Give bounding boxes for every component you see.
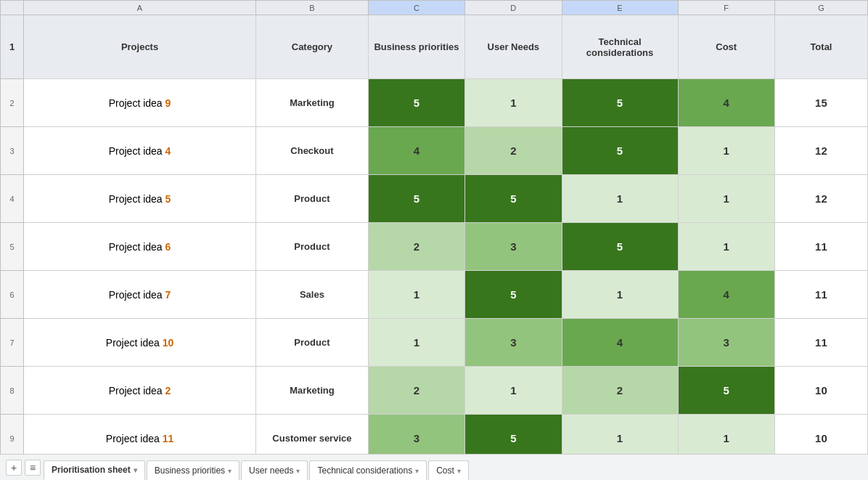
user-needs-score[interactable]: 5	[465, 415, 562, 455]
row-number: 9	[1, 415, 24, 455]
sheet-tab-label: Prioritisation sheet	[52, 465, 131, 475]
main-table: A B C D E F G 1 Projects Category Busine…	[0, 0, 868, 454]
header-total: Total	[774, 15, 867, 79]
cost-score[interactable]: 5	[678, 367, 774, 415]
total-score: 10	[774, 415, 867, 455]
sheet-body: A B C D E F G 1 Projects Category Busine…	[0, 0, 868, 454]
cost-score[interactable]: 1	[678, 415, 774, 455]
spreadsheet: A B C D E F G 1 Projects Category Busine…	[0, 0, 868, 480]
sheet-tab-label: Technical considerations	[317, 465, 412, 476]
technical-considerations-score[interactable]: 5	[562, 127, 678, 175]
project-name[interactable]: Project idea 10	[24, 319, 256, 367]
col-header-b[interactable]: B	[256, 1, 369, 15]
sheet-tab-4[interactable]: Cost▾	[428, 460, 469, 481]
table-row: 3Project idea 4Checkout425112	[1, 127, 868, 175]
sheet-tab-1[interactable]: Business priorities▾	[147, 460, 239, 481]
add-sheet-button[interactable]: +	[6, 460, 22, 476]
cost-score[interactable]: 1	[678, 127, 774, 175]
col-header-f[interactable]: F	[678, 1, 774, 15]
total-score: 12	[774, 175, 867, 223]
category-cell[interactable]: Marketing	[256, 367, 369, 415]
business-priorities-score[interactable]: 5	[368, 175, 464, 223]
col-header-g[interactable]: G	[774, 1, 867, 15]
business-priorities-score[interactable]: 5	[368, 79, 464, 127]
total-score: 15	[774, 79, 867, 127]
business-priorities-score[interactable]: 2	[368, 367, 464, 415]
project-name[interactable]: Project idea 11	[24, 415, 256, 455]
sheet-tab-label: Business priorities	[155, 465, 225, 476]
corner-cell	[1, 1, 24, 15]
business-priorities-score[interactable]: 2	[368, 223, 464, 271]
category-cell[interactable]: Customer service	[256, 415, 369, 455]
sheet-tab-2[interactable]: User needs▾	[241, 460, 308, 481]
sheet-tab-0[interactable]: Prioritisation sheet▾	[44, 460, 145, 481]
row-number: 8	[1, 367, 24, 415]
category-cell[interactable]: Checkout	[256, 127, 369, 175]
row-num-1: 1	[1, 15, 24, 79]
technical-considerations-score[interactable]: 1	[562, 271, 678, 319]
col-header-d[interactable]: D	[465, 1, 562, 15]
cost-score[interactable]: 3	[678, 319, 774, 367]
user-needs-score[interactable]: 2	[465, 127, 562, 175]
cost-score[interactable]: 1	[678, 223, 774, 271]
technical-considerations-score[interactable]: 1	[562, 175, 678, 223]
technical-considerations-score[interactable]: 4	[562, 319, 678, 367]
tab-dropdown-arrow[interactable]: ▾	[457, 467, 461, 475]
total-score: 10	[774, 367, 867, 415]
project-name[interactable]: Project idea 7	[24, 271, 256, 319]
project-name[interactable]: Project idea 6	[24, 223, 256, 271]
total-score: 12	[774, 127, 867, 175]
cost-score[interactable]: 4	[678, 271, 774, 319]
technical-considerations-score[interactable]: 1	[562, 415, 678, 455]
project-name[interactable]: Project idea 9	[24, 79, 256, 127]
total-score: 11	[774, 223, 867, 271]
technical-considerations-score[interactable]: 5	[562, 79, 678, 127]
sheet-tab-3[interactable]: Technical considerations▾	[309, 460, 427, 481]
user-needs-score[interactable]: 5	[465, 271, 562, 319]
header-business-priorities: Business priorities	[368, 15, 464, 79]
technical-considerations-score[interactable]: 5	[562, 223, 678, 271]
cost-score[interactable]: 1	[678, 175, 774, 223]
business-priorities-score[interactable]: 1	[368, 271, 464, 319]
tab-dropdown-arrow[interactable]: ▾	[228, 467, 232, 475]
technical-considerations-score[interactable]: 2	[562, 367, 678, 415]
header-technical-considerations: Technical considerations	[562, 15, 678, 79]
col-header-a[interactable]: A	[24, 1, 256, 15]
user-needs-score[interactable]: 1	[465, 367, 562, 415]
category-cell[interactable]: Product	[256, 175, 369, 223]
tab-dropdown-arrow[interactable]: ▾	[134, 466, 137, 474]
project-name[interactable]: Project idea 5	[24, 175, 256, 223]
business-priorities-score[interactable]: 4	[368, 127, 464, 175]
title-cell: Projects	[24, 15, 256, 79]
user-needs-score[interactable]: 5	[465, 175, 562, 223]
business-priorities-score[interactable]: 3	[368, 415, 464, 455]
row-number: 6	[1, 271, 24, 319]
table-row: 4Project idea 5Product551112	[1, 175, 868, 223]
table-row: 6Project idea 7Sales151411	[1, 271, 868, 319]
row-number: 2	[1, 79, 24, 127]
table-row: 7Project idea 10Product134311	[1, 319, 868, 367]
tab-dropdown-arrow[interactable]: ▾	[296, 467, 300, 475]
table-row: 9Project idea 11Customer service351110	[1, 415, 868, 455]
user-needs-score[interactable]: 3	[465, 223, 562, 271]
row-number: 7	[1, 319, 24, 367]
user-needs-score[interactable]: 3	[465, 319, 562, 367]
col-header-c[interactable]: C	[368, 1, 464, 15]
header-user-needs: User Needs	[465, 15, 562, 79]
category-cell[interactable]: Sales	[256, 271, 369, 319]
cost-score[interactable]: 4	[678, 79, 774, 127]
row-number: 5	[1, 223, 24, 271]
project-name[interactable]: Project idea 4	[24, 127, 256, 175]
row-number: 4	[1, 175, 24, 223]
category-cell[interactable]: Product	[256, 223, 369, 271]
project-name[interactable]: Project idea 2	[24, 367, 256, 415]
col-header-e[interactable]: E	[562, 1, 678, 15]
user-needs-score[interactable]: 1	[465, 79, 562, 127]
category-cell[interactable]: Marketing	[256, 79, 369, 127]
tab-dropdown-arrow[interactable]: ▾	[415, 467, 419, 475]
sheet-menu-button[interactable]: ≡	[25, 460, 41, 476]
category-cell[interactable]: Product	[256, 319, 369, 367]
total-score: 11	[774, 319, 867, 367]
header-cost: Cost	[678, 15, 774, 79]
business-priorities-score[interactable]: 1	[368, 319, 464, 367]
